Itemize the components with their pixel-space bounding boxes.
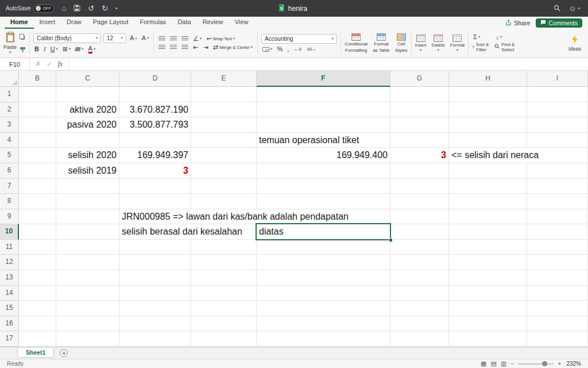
comma-style-button[interactable]: ,	[286, 46, 290, 52]
accounting-format-button[interactable]: ▾	[261, 47, 273, 52]
sort-filter-button[interactable]: ↕ Sort &Filter	[472, 42, 489, 52]
conditional-formatting-button[interactable]: Conditional Formatting	[345, 33, 368, 52]
tab-page-layout[interactable]: Page Layout	[87, 17, 134, 29]
row-header-4[interactable]: 4	[0, 133, 19, 148]
percent-style-button[interactable]: %	[276, 46, 284, 52]
chevron-down-icon[interactable]: ▾	[115, 6, 118, 11]
row-header-10[interactable]: 10	[0, 224, 19, 240]
decrease-indent-button[interactable]: ⇤	[192, 44, 199, 51]
column-header-H[interactable]: H	[449, 71, 527, 87]
redo-icon[interactable]: ↻	[102, 5, 108, 12]
cell-D3[interactable]: 3.500.877.793	[119, 117, 191, 132]
increase-indent-button[interactable]: ⇥	[202, 44, 209, 51]
row-header-1[interactable]: 1	[0, 87, 19, 102]
tab-view[interactable]: View	[229, 17, 254, 29]
tab-review[interactable]: Review	[197, 17, 229, 29]
align-bottom-button[interactable]	[180, 36, 189, 41]
add-sheet-button[interactable]: +	[60, 349, 68, 357]
name-box[interactable]: F10	[0, 58, 30, 70]
align-right-button[interactable]	[180, 45, 189, 50]
undo-icon[interactable]: ↺	[88, 5, 94, 12]
page-break-view-icon[interactable]: ▥	[501, 361, 506, 367]
row-header-6[interactable]: 6	[0, 163, 19, 179]
row-header-17[interactable]: 17	[0, 331, 19, 347]
row-header-7[interactable]: 7	[0, 179, 19, 194]
cell-C2[interactable]: aktiva 2020	[56, 102, 119, 117]
autosave-toggle[interactable]: AutoSave OFF	[6, 5, 54, 13]
column-header-I[interactable]: I	[527, 71, 588, 87]
insert-cells-button[interactable]: Insert ▾	[415, 34, 427, 52]
normal-view-icon[interactable]: ▦	[481, 361, 486, 367]
find-select-button[interactable]: Find &Select	[494, 42, 514, 52]
cell-D10[interactable]: selisih berasal dari kesalahan	[119, 224, 245, 239]
row-header-16[interactable]: 16	[0, 316, 19, 332]
cell-G5[interactable]: 3	[390, 148, 448, 163]
ideas-button[interactable]: Ideas	[568, 29, 588, 57]
underline-button[interactable]: U▾	[49, 46, 59, 52]
column-header-C[interactable]: C	[56, 71, 119, 87]
cell-F10[interactable]: diatas	[257, 224, 390, 239]
orientation-button[interactable]: ∠▾	[192, 36, 203, 42]
column-header-B[interactable]: B	[19, 71, 56, 87]
row-header-2[interactable]: 2	[0, 102, 19, 118]
row-header-15[interactable]: 15	[0, 301, 19, 316]
page-layout-view-icon[interactable]: ▤	[491, 361, 497, 367]
paste-button[interactable]: Paste ▾	[3, 32, 17, 55]
row-header-8[interactable]: 8	[0, 194, 19, 209]
cell-H5[interactable]: <= selisih dari neraca	[449, 148, 541, 163]
cell-D2[interactable]: 3.670.827.190	[119, 102, 191, 117]
format-as-table-button[interactable]: Format as Table	[373, 33, 390, 52]
font-name-select[interactable]: Calibri (Body) ▾	[33, 33, 101, 43]
increase-font-size-button[interactable]: A▴	[129, 35, 138, 41]
share-button[interactable]: Share	[505, 20, 530, 27]
font-color-button[interactable]: A▾	[87, 45, 97, 53]
cell-styles-button[interactable]: Cell Styles	[395, 33, 408, 52]
zoom-out-button[interactable]: −	[510, 361, 514, 367]
tab-home[interactable]: Home	[5, 17, 34, 29]
cancel-icon[interactable]: ✗	[36, 60, 41, 68]
cell-D6[interactable]: 3	[119, 163, 191, 178]
cell-D9[interactable]: JRN000985 => lawan dari kas/bank adalah …	[119, 209, 351, 224]
sheet-tab-sheet1[interactable]: Sheet1	[17, 348, 54, 358]
account-menu[interactable]: ☺ ▾	[568, 5, 580, 12]
row-header-13[interactable]: 13	[0, 270, 19, 286]
row-header-11[interactable]: 11	[0, 240, 19, 255]
align-center-button[interactable]	[169, 45, 178, 50]
bold-button[interactable]: B	[33, 46, 40, 52]
row-header-5[interactable]: 5	[0, 148, 19, 163]
formula-input[interactable]	[69, 58, 588, 70]
cell-C6[interactable]: selisih 2019	[56, 163, 119, 178]
italic-button[interactable]: I	[42, 46, 47, 52]
cell-F4[interactable]: temuan operasional tiket	[257, 133, 390, 148]
zoom-slider[interactable]	[518, 363, 554, 365]
copy-icon[interactable]	[20, 31, 26, 41]
tab-draw[interactable]: Draw	[61, 17, 87, 29]
autosum-button[interactable]: Σ▾	[472, 34, 489, 40]
increase-decimal-button[interactable]: ←.0	[292, 47, 303, 52]
row-header-3[interactable]: 3	[0, 117, 19, 133]
column-header-F[interactable]: F	[257, 71, 390, 87]
number-format-select[interactable]: Accounting ▾	[261, 34, 337, 44]
home-icon[interactable]: ⌂	[61, 5, 66, 12]
delete-cells-button[interactable]: Delete ▾	[432, 34, 445, 52]
cell-C5[interactable]: selisih 2020	[56, 148, 119, 163]
cell-D5[interactable]: 169.949.397	[119, 148, 191, 163]
format-painter-icon[interactable]	[20, 45, 26, 55]
zoom-level[interactable]: 232%	[565, 361, 581, 367]
insert-function-icon[interactable]: fx	[57, 60, 63, 68]
cell-F5[interactable]: 169.949.400	[257, 148, 390, 163]
search-icon[interactable]	[554, 3, 560, 14]
column-header-G[interactable]: G	[390, 71, 449, 87]
wrap-text-button[interactable]: ↩ Wrap Text ▾	[205, 36, 236, 42]
align-middle-button[interactable]	[169, 36, 178, 41]
decrease-font-size-button[interactable]: A▾	[141, 35, 150, 41]
format-cells-button[interactable]: Format ▾	[450, 34, 465, 52]
font-size-select[interactable]: 12 ▾	[103, 33, 126, 43]
fill-color-button[interactable]: ▾	[74, 47, 84, 51]
fill-button[interactable]: ↓▾	[494, 34, 514, 40]
align-top-button[interactable]	[157, 36, 167, 41]
tab-data[interactable]: Data	[172, 17, 196, 29]
decrease-decimal-button[interactable]: .00→	[305, 47, 318, 52]
row-header-12[interactable]: 12	[0, 255, 19, 270]
zoom-in-button[interactable]: +	[558, 361, 561, 367]
